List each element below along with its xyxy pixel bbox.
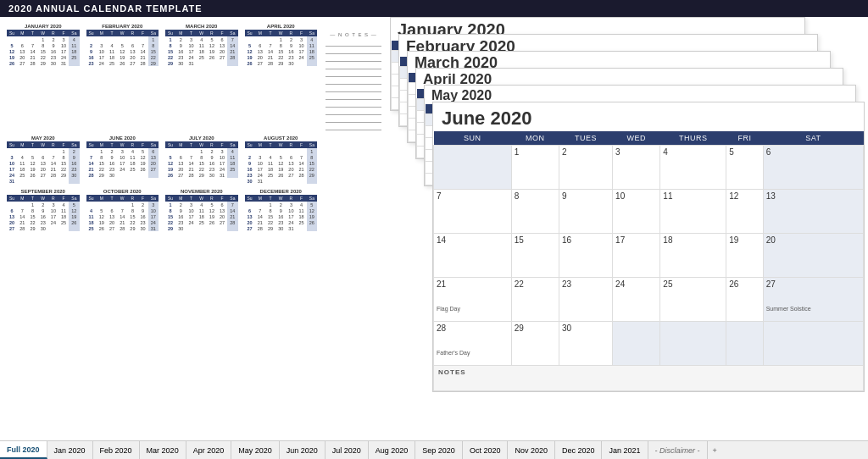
note-line (326, 39, 381, 47)
day-cell: 11 (227, 154, 237, 160)
day-cell: 6 (17, 42, 27, 48)
app-title-bar: 2020 ANNUAL CALENDAR TEMPLATE (0, 0, 868, 17)
day-number: 24 (615, 279, 625, 289)
tab-item[interactable]: Apr 2020 (186, 441, 232, 459)
day-cell: 1 (27, 202, 37, 207)
day-header: R (286, 141, 296, 148)
day-cell (207, 225, 217, 231)
day-cell: 6 (175, 154, 186, 160)
day-cell: 29 (511, 322, 559, 366)
day-cell (265, 36, 275, 42)
day-cell: 28 (186, 172, 196, 178)
day-cell: 3 (255, 154, 265, 160)
day-cell (7, 202, 17, 207)
day-cell: 30 (48, 60, 58, 66)
tab-item[interactable]: Dec 2020 (555, 441, 603, 459)
day-cell: 12 (275, 160, 286, 166)
tab-item[interactable]: May 2020 (231, 441, 280, 459)
day-cell: 5 (138, 148, 148, 154)
day-header: Su (245, 30, 255, 36)
small-cal-title: SEPTEMBER 2020 (7, 189, 80, 194)
day-header: Sa (307, 195, 317, 202)
day-cell: 20 (127, 54, 137, 60)
day-cell: 12 (307, 207, 317, 213)
day-cell: 24 (48, 219, 58, 225)
day-cell: 12 (27, 160, 37, 166)
day-cell: 9 (107, 154, 117, 160)
small-cal-grid: SuMTWRFSa1234567891011121314151617181920… (165, 195, 238, 231)
day-cell: 23 (275, 219, 286, 225)
day-cell: 3 (97, 42, 107, 48)
day-cell: 26 (7, 60, 17, 66)
tab-item[interactable]: Jun 2020 (280, 441, 326, 459)
day-cell: 23 (86, 60, 97, 66)
day-cell (613, 322, 660, 366)
day-cell (265, 178, 275, 184)
day-header: SAT (763, 131, 863, 146)
day-header: M (255, 195, 265, 202)
tab-item[interactable]: Sep 2020 (415, 441, 463, 459)
day-cell (307, 60, 317, 66)
tab-item[interactable]: Nov 2020 (508, 441, 555, 459)
tab-item[interactable]: Jul 2020 (326, 441, 369, 459)
day-cell: 4 (660, 146, 726, 190)
day-cell: 10 (117, 154, 127, 160)
tab-item[interactable]: - Disclaimer - (648, 441, 708, 459)
day-header: W (117, 195, 127, 202)
day-cell: 29 (165, 60, 175, 66)
day-cell: 15 (58, 160, 69, 166)
day-cell: 25 (265, 172, 275, 178)
day-header: Sa (69, 195, 79, 202)
day-cell (38, 148, 48, 154)
day-cell: 13 (107, 213, 117, 219)
small-cal-grid: SuMTWRFSa1234567891011121314151617181920… (86, 195, 159, 231)
tab-item[interactable]: Mar 2020 (140, 441, 186, 459)
tab-item[interactable]: Jan 2021 (602, 441, 648, 459)
tab-item[interactable]: Jan 2020 (47, 441, 93, 459)
day-cell: 28 (255, 225, 265, 231)
day-cell: 16 (559, 234, 612, 278)
day-cell: 30 (245, 178, 255, 184)
day-cell: 30 (175, 60, 186, 66)
day-cell: 22 (38, 54, 48, 60)
day-cell: 9 (175, 42, 186, 48)
day-cell: 20 (175, 166, 186, 172)
day-cell: 22 (165, 54, 175, 60)
day-cell: 28 (138, 60, 148, 66)
day-cell: 17 (97, 54, 107, 60)
day-cell: 1 (165, 202, 175, 207)
tab-item[interactable]: Full 2020 (0, 441, 47, 459)
day-cell: 13 (255, 48, 265, 54)
day-cell: 28 (17, 225, 27, 231)
day-cell: 5 (275, 154, 286, 160)
day-cell: 15 (38, 48, 48, 54)
note-line (326, 77, 381, 85)
day-number: 13 (766, 191, 776, 201)
day-cell: 25 (17, 172, 27, 178)
day-number: 15 (515, 235, 524, 245)
small-calendar: MARCH 2020SuMTWRFSa123456789101112131415… (165, 24, 238, 130)
day-cell: 10 (97, 48, 107, 54)
small-cal-grid: SuMTWRFSa1234567891011121314151617181920… (245, 195, 318, 231)
day-cell (297, 148, 307, 154)
small-cal-title: MARCH 2020 (165, 24, 238, 29)
day-header: W (197, 30, 207, 36)
day-cell: 28 (227, 54, 237, 60)
day-header: T (107, 195, 117, 202)
day-number: 30 (562, 324, 571, 333)
tab-item[interactable]: Oct 2020 (463, 441, 509, 459)
day-header: SUN (434, 131, 512, 146)
tab-item[interactable]: Feb 2020 (93, 441, 140, 459)
day-cell: 5 (245, 42, 255, 48)
day-header: Sa (148, 195, 159, 202)
note-line (326, 115, 381, 123)
day-cell: 4 (265, 154, 275, 160)
day-cell: 23 (69, 166, 79, 172)
day-cell (48, 178, 58, 184)
day-cell: 21 (117, 219, 127, 225)
add-tab-button[interactable]: + (708, 444, 722, 457)
day-header: Sa (307, 30, 317, 36)
small-cal-grid: SuMTWRFSa1234567891011121314151617181920… (165, 30, 238, 66)
day-cell: 25 (86, 225, 97, 231)
tab-item[interactable]: Aug 2020 (369, 441, 416, 459)
